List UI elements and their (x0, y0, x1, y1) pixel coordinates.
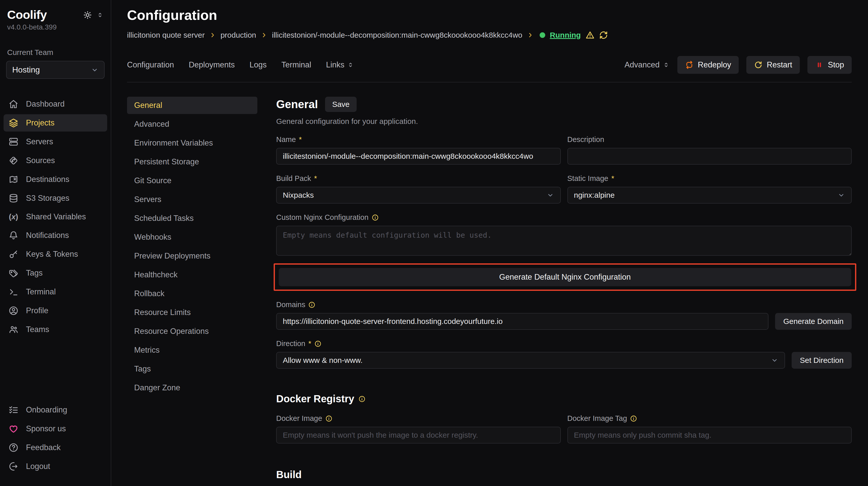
stop-button[interactable]: Stop (807, 56, 852, 74)
generate-domain-button[interactable]: Generate Domain (775, 313, 852, 330)
advanced-dropdown[interactable]: Advanced (624, 60, 670, 69)
description-input[interactable] (567, 148, 852, 165)
chevron-right-icon (209, 32, 216, 38)
sidebar-item-onboarding[interactable]: Onboarding (4, 401, 107, 419)
map-icon (9, 174, 18, 184)
help-circle-icon (9, 443, 18, 452)
required-asterisk: * (308, 339, 311, 348)
sidebar-item-servers[interactable]: Servers (4, 133, 107, 150)
subnav-item-healthcheck[interactable]: Healthcheck (127, 266, 257, 284)
set-direction-button[interactable]: Set Direction (792, 352, 852, 369)
breadcrumb-application[interactable]: illicitestonion/-module--decomposition:m… (272, 31, 522, 39)
name-label: Name* (276, 135, 561, 144)
sidebar-item-terminal[interactable]: Terminal (4, 283, 107, 300)
nginx-config-label: Custom Nginx Configuration (276, 213, 852, 222)
subnav-item-general[interactable]: General (127, 97, 257, 114)
subnav-item-preview-deployments[interactable]: Preview Deployments (127, 247, 257, 265)
sidebar-item-notifications[interactable]: Notifications (4, 227, 107, 244)
restart-button[interactable]: Restart (746, 56, 800, 74)
save-button[interactable]: Save (325, 97, 356, 112)
required-asterisk: * (314, 174, 317, 183)
docker-registry-title: Docker Registry (276, 393, 852, 404)
status-running-link[interactable]: Running (550, 31, 581, 39)
parentheses-x-icon: (x) (9, 213, 18, 221)
git-diamond-icon (9, 156, 18, 165)
subnav-item-danger-zone[interactable]: Danger Zone (127, 379, 257, 396)
breadcrumb-environment[interactable]: production (220, 31, 256, 39)
warning-triangle-icon[interactable] (585, 31, 595, 40)
info-icon[interactable] (630, 415, 637, 422)
general-form: General Save General configuration for y… (276, 97, 852, 486)
sidebar-item-teams[interactable]: Teams (4, 321, 107, 338)
tab-deployments[interactable]: Deployments (189, 60, 235, 69)
terminal-icon (9, 287, 18, 297)
refresh-icon[interactable] (599, 31, 608, 39)
nginx-config-textarea[interactable] (276, 226, 852, 256)
direction-label: Direction* (276, 339, 852, 348)
checklist-icon (9, 405, 18, 415)
domains-input[interactable] (276, 313, 769, 330)
chevrons-up-down-icon (662, 61, 670, 68)
subnav-item-advanced[interactable]: Advanced (127, 116, 257, 133)
subnav-item-servers[interactable]: Servers (127, 191, 257, 208)
build-title: Build (276, 469, 852, 480)
theme-toggle-sun-icon[interactable] (83, 11, 92, 19)
generate-nginx-config-button[interactable]: Generate Default Nginx Configuration (279, 268, 851, 286)
annotation-highlight-box: Generate Default Nginx Configuration (274, 263, 856, 291)
sidebar-item-dashboard[interactable]: Dashboard (4, 95, 107, 113)
direction-select[interactable]: Allow www & non-www. (276, 352, 785, 369)
status-dot (540, 32, 545, 38)
sidebar-item-destinations[interactable]: Destinations (4, 171, 107, 188)
config-subnav: General Advanced Environment Variables P… (127, 97, 257, 486)
redeploy-button[interactable]: Redeploy (677, 56, 739, 74)
sidebar-item-profile[interactable]: Profile (4, 302, 107, 319)
build-pack-select[interactable]: Nixpacks (276, 187, 561, 203)
breadcrumb-project[interactable]: illicitonion quote server (127, 31, 205, 39)
build-pack-label: Build Pack* (276, 174, 561, 183)
tab-configuration[interactable]: Configuration (127, 60, 174, 69)
info-icon[interactable] (314, 340, 321, 347)
subnav-item-git-source[interactable]: Git Source (127, 172, 257, 189)
sidebar-header: Coolify (6, 8, 104, 22)
sidebar-footer-nav: Onboarding Sponsor us Feedback Logout (6, 400, 104, 476)
subnav-item-environment-variables[interactable]: Environment Variables (127, 134, 257, 152)
theme-switcher-chevrons-icon[interactable] (96, 11, 103, 19)
domains-label: Domains (276, 300, 852, 309)
info-icon[interactable] (372, 214, 379, 221)
restart-icon (754, 61, 763, 69)
subnav-item-tags[interactable]: Tags (127, 360, 257, 378)
info-icon[interactable] (359, 395, 366, 402)
sidebar-item-tags[interactable]: Tags (4, 264, 107, 282)
sidebar-item-feedback[interactable]: Feedback (4, 439, 107, 456)
sidebar-item-projects[interactable]: Projects (4, 114, 107, 132)
sidebar-item-s3-storages[interactable]: S3 Storages (4, 190, 107, 207)
app-logo: Coolify (7, 8, 47, 22)
docker-image-input[interactable] (276, 427, 561, 444)
info-icon[interactable] (308, 301, 315, 309)
subnav-item-persistent-storage[interactable]: Persistent Storage (127, 153, 257, 170)
sidebar-item-logout[interactable]: Logout (4, 458, 107, 475)
subnav-item-resource-limits[interactable]: Resource Limits (127, 304, 257, 321)
name-input[interactable] (276, 148, 561, 165)
tab-logs[interactable]: Logs (249, 60, 267, 69)
subnav-item-resource-operations[interactable]: Resource Operations (127, 323, 257, 340)
team-select-value: Hosting (12, 65, 40, 74)
section-description: General configuration for your applicati… (276, 117, 852, 126)
team-select[interactable]: Hosting (6, 61, 104, 79)
tab-terminal[interactable]: Terminal (282, 60, 311, 69)
sidebar: Coolify v4.0.0-beta.399 Current Team Hos… (0, 0, 111, 486)
subnav-item-metrics[interactable]: Metrics (127, 342, 257, 359)
sidebar-item-sources[interactable]: Sources (4, 152, 107, 169)
subnav-item-rollback[interactable]: Rollback (127, 285, 257, 302)
sidebar-item-sponsor-us[interactable]: Sponsor us (4, 420, 107, 438)
subnav-item-webhooks[interactable]: Webhooks (127, 228, 257, 246)
page-title: Configuration (127, 7, 852, 23)
tab-links[interactable]: Links (326, 60, 354, 69)
sidebar-item-shared-variables[interactable]: (x) Shared Variables (4, 208, 107, 225)
static-image-select[interactable]: nginx:alpine (567, 187, 852, 203)
subnav-item-scheduled-tasks[interactable]: Scheduled Tasks (127, 210, 257, 227)
info-icon[interactable] (325, 415, 333, 422)
sidebar-item-keys-tokens[interactable]: Keys & Tokens (4, 246, 107, 263)
tag-icon (9, 268, 18, 278)
docker-image-tag-input[interactable] (567, 427, 852, 444)
